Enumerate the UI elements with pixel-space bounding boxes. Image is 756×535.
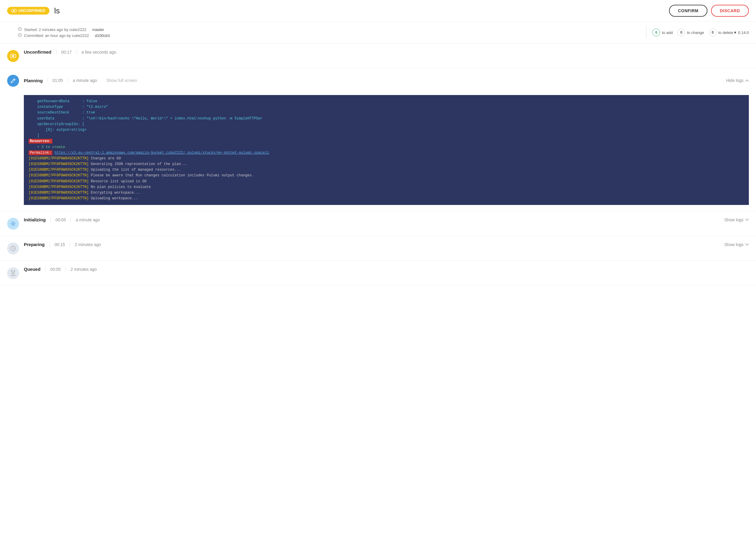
step-icon-initializing xyxy=(7,218,19,230)
change-badge: 0 to change xyxy=(677,29,704,36)
svg-point-11 xyxy=(12,223,14,225)
badge-label: UNCONFIRMED xyxy=(18,9,45,13)
gear-icon xyxy=(10,221,16,227)
step-content-initializing: Initializing 00:05 a minute ago Show log… xyxy=(24,217,749,222)
step-time-initializing: a minute ago xyxy=(70,217,100,222)
header-actions: CONFIRM DISCARD xyxy=(669,5,749,17)
change-label: to change xyxy=(687,30,704,35)
log-line: instanceType : "t2.micro" xyxy=(29,104,744,110)
unconfirmed-badge: UNCONFIRMED xyxy=(7,7,49,14)
step-planning: Planning 01:05 a minute ago Show full sc… xyxy=(0,68,756,211)
step-header-queued: Queued 00:05 2 minutes ago xyxy=(24,267,749,272)
add-label: to add xyxy=(662,30,673,35)
step-content-unconfirmed: Unconfirmed 00:17 a few seconds ago xyxy=(24,49,749,54)
step-unconfirmed: Unconfirmed 00:17 a few seconds ago xyxy=(0,43,756,68)
log-line: [01ES8NBM17PF8P0W8XGCK2KTTN] Please be a… xyxy=(29,173,744,179)
step-icon-preparing xyxy=(7,242,19,254)
step-name-preparing: Preparing xyxy=(24,242,45,247)
step-header-planning: Planning 01:05 a minute ago Show full sc… xyxy=(24,78,749,83)
clock-icon-preparing xyxy=(10,245,16,251)
discard-button[interactable]: DISCARD xyxy=(711,5,749,17)
change-count: 0 xyxy=(677,29,685,36)
step-name-initializing: Initializing xyxy=(24,217,45,222)
page-title: ls xyxy=(54,6,664,15)
chevron-up-icon xyxy=(745,79,749,82)
show-logs-button-preparing[interactable]: Show logs xyxy=(724,242,749,247)
step-preparing: Preparing 00:15 2 minutes ago Show logs xyxy=(0,236,756,261)
log-line: vpcSecurityGroupIds: [ xyxy=(29,122,744,127)
eye-icon-yellow xyxy=(10,54,16,58)
log-line: getPasswordData : false xyxy=(29,99,744,104)
step-duration-queued: 00:05 xyxy=(45,267,61,272)
eye-icon xyxy=(11,9,17,13)
step-duration-preparing: 00:15 xyxy=(49,242,65,247)
log-line: [01ES8NBM17PF8P0W8XGCK2KTTN] Generating … xyxy=(29,161,744,167)
show-logs-button-initializing[interactable]: Show logs xyxy=(724,217,749,222)
svg-line-7 xyxy=(20,35,21,36)
step-icon-planning xyxy=(7,75,19,87)
step-content-queued: Queued 00:05 2 minutes ago xyxy=(24,267,749,272)
branch-label: master xyxy=(92,27,104,32)
step-duration-unconfirmed: 00:17 xyxy=(56,50,72,54)
step-queued: Queued 00:05 2 minutes ago xyxy=(0,261,756,285)
confirm-button[interactable]: CONFIRM xyxy=(669,5,708,17)
step-header-unconfirmed: Unconfirmed 00:17 a few seconds ago xyxy=(24,49,749,54)
svg-line-10 xyxy=(14,79,14,80)
log-line: [01ES8NBM17PF8P0W8XGCK2KTTN] Resource li… xyxy=(29,179,744,184)
permalink-label: Permalink: xyxy=(29,151,52,155)
add-badge: 6 to add xyxy=(652,29,673,36)
log-line: [01ES8NBM17PF8P0W8XGCK2KTTN] Encrypting … xyxy=(29,190,744,196)
permalink-url: https://s3.eu-central-1.amazonaws.com/am… xyxy=(54,151,269,155)
step-time-preparing: 2 minutes ago xyxy=(70,242,101,247)
log-line: sourceDestCheck : true xyxy=(29,110,744,116)
committed-row: Committed: an hour ago by cube2222 d100c… xyxy=(18,33,640,38)
started-text: Started: 2 minutes ago by cube2222 xyxy=(24,27,86,32)
log-line-resources: Resources: xyxy=(29,138,744,144)
resources-label: Resources: xyxy=(29,139,52,144)
hide-logs-button[interactable]: Hide logs xyxy=(726,78,749,83)
chevron-down-icon xyxy=(745,219,749,221)
delete-label: to delete xyxy=(718,30,733,35)
step-name-planning: Planning xyxy=(24,78,42,83)
log-line-create: + 3 to create xyxy=(29,145,744,150)
chevron-down-icon-preparing xyxy=(745,243,749,246)
step-icon-unconfirmed xyxy=(7,50,19,62)
delete-badge: 0 to delete xyxy=(709,29,733,36)
log-line: [01ES8NBM17PF8P0W8XGCK2KTTN] Changes are… xyxy=(29,156,744,161)
log-line-permalink: Permalink: https://s3.eu-central-1.amazo… xyxy=(29,150,744,156)
step-planning-header-row: Planning 01:05 a minute ago Show full sc… xyxy=(7,74,749,87)
step-content-preparing: Preparing 00:15 2 minutes ago Show logs xyxy=(24,242,749,247)
meta-bar: Started: 2 minutes ago by cube2222 maste… xyxy=(0,22,756,43)
meta-left: Started: 2 minutes ago by cube2222 maste… xyxy=(18,27,640,38)
svg-point-9 xyxy=(12,55,14,57)
step-planning-content: Planning 01:05 a minute ago Show full sc… xyxy=(24,78,749,83)
step-time-planning: a minute ago xyxy=(68,78,97,83)
steps-container: Unconfirmed 00:17 a few seconds ago Plan… xyxy=(0,43,756,285)
svg-point-1 xyxy=(13,10,15,12)
hourglass-icon xyxy=(11,270,16,276)
log-line: ] xyxy=(29,133,744,138)
show-full-screen-button[interactable]: Show full screen xyxy=(101,78,137,83)
delete-count: 0 xyxy=(709,29,717,36)
log-line: [01ES8NBM17PF8P0W8XGCK2KTTN] Uploading t… xyxy=(29,167,744,173)
meta-separator xyxy=(646,26,646,39)
started-row: Started: 2 minutes ago by cube2222 maste… xyxy=(18,27,640,32)
log-line: userData : "\n#!/bin/bash\necho \"Hello,… xyxy=(29,116,744,122)
step-name-unconfirmed: Unconfirmed xyxy=(24,49,51,54)
version-tag: ▼ 0.14.0 xyxy=(733,30,749,35)
clock-icon-committed xyxy=(18,33,22,38)
log-line: [01ES8NBM17PF8P0W8XGCK2KTTN] No plan pol… xyxy=(29,184,744,190)
add-count: 6 xyxy=(652,29,660,36)
step-time-unconfirmed: a few seconds ago xyxy=(76,50,117,54)
step-initializing: Initializing 00:05 a minute ago Show log… xyxy=(0,211,756,236)
pencil-icon xyxy=(11,78,16,83)
step-duration-initializing: 00:05 xyxy=(50,217,66,222)
clock-icon-started xyxy=(18,27,22,32)
svg-line-4 xyxy=(20,29,21,30)
step-header-initializing: Initializing 00:05 a minute ago Show log… xyxy=(24,217,749,222)
svg-line-14 xyxy=(13,248,14,249)
version-label: ▼ 0.14.0 xyxy=(733,30,749,35)
planning-log-area: getPasswordData : false instanceType : "… xyxy=(24,95,749,205)
step-name-queued: Queued xyxy=(24,267,41,272)
log-line: [0]: output<string> xyxy=(29,127,744,133)
